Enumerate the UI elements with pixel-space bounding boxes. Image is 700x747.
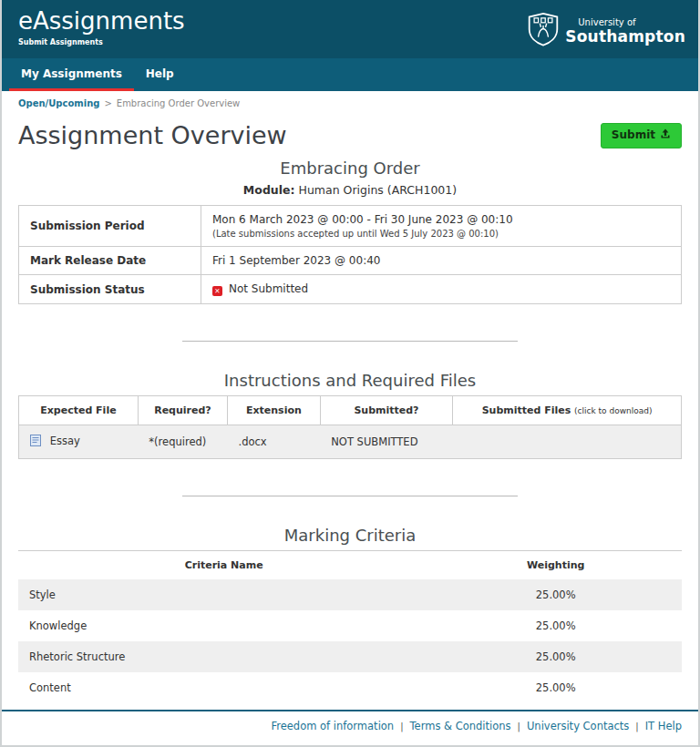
expected-file-cell: Essay (19, 425, 139, 459)
expected-file-name: Essay (50, 435, 80, 447)
title-row: Assignment Overview Submit (18, 121, 682, 149)
nav-item-help[interactable]: Help (134, 58, 186, 91)
submitted-files-cell (453, 425, 682, 459)
criteria-name-cell: Rhetoric Structure (18, 641, 429, 672)
submitted-files-label: Submitted Files (482, 404, 571, 416)
criteria-header-row: Criteria Name Weighting (18, 551, 682, 580)
module-value: Human Origins (ARCH1001) (298, 183, 457, 197)
table-row-content: Content 25.00% (18, 672, 682, 703)
table-row-submission-period: Submission Period Mon 6 March 2023 @ 00:… (19, 206, 682, 247)
required-files-table: Expected File Required? Extension Submit… (18, 395, 682, 459)
extension-cell: .docx (228, 425, 321, 459)
column-header-criteria-name: Criteria Name (18, 551, 429, 580)
module-line: Module: Human Origins (ARCH1001) (18, 183, 682, 197)
logo-text: University of Southampton (565, 18, 685, 45)
mark-release-value: Fri 1 September 2023 @ 00:40 (201, 247, 682, 275)
weighting-cell: 25.00% (429, 579, 682, 610)
table-row-essay: Essay *(required) .docx NOT SUBMITTED (19, 425, 682, 459)
university-shield-icon (527, 12, 560, 50)
files-section-title: Instructions and Required Files (18, 371, 682, 390)
column-header-required: Required? (138, 396, 227, 425)
weighting-cell: 25.00% (429, 641, 682, 672)
module-label: Module: (243, 183, 295, 197)
page-footer: Freedom of information|Terms & Condition… (2, 710, 698, 745)
main-content: Assignment Overview Submit Embracing Ord… (2, 112, 698, 710)
submission-period-value: Mon 6 March 2023 @ 00:00 - Fri 30 June 2… (212, 213, 670, 226)
row-value: Mon 6 March 2023 @ 00:00 - Fri 30 June 2… (201, 206, 682, 247)
column-header-submitted-files: Submitted Files (click to download) (453, 396, 682, 425)
assignment-info-table: Submission Period Mon 6 March 2023 @ 00:… (18, 205, 682, 304)
submitted-cell: NOT SUBMITTED (320, 425, 452, 459)
click-to-download-hint: (click to download) (574, 406, 652, 415)
row-label: Submission Period (19, 206, 201, 247)
row-label: Mark Release Date (19, 247, 201, 275)
criteria-name-cell: Content (18, 672, 429, 703)
breadcrumb-link-open-upcoming[interactable]: Open/Upcoming (18, 98, 99, 108)
footer-separator: | (400, 721, 403, 732)
table-row-knowledge: Knowledge 25.00% (18, 610, 682, 641)
logo-line-2: Southampton (565, 29, 685, 45)
status-badge: Not Submitted (229, 282, 308, 295)
main-nav: My Assignments Help (2, 58, 698, 91)
table-row-rhetoric-structure: Rhetoric Structure 25.00% (18, 641, 682, 672)
table-row-mark-release: Mark Release Date Fri 1 September 2023 @… (19, 247, 682, 275)
column-header-submitted: Submitted? (320, 396, 452, 425)
breadcrumb: Open/Upcoming>Embracing Order Overview (2, 91, 698, 112)
criteria-section-title: Marking Criteria (18, 526, 682, 545)
document-icon (30, 436, 45, 449)
criteria-name-cell: Style (18, 579, 429, 610)
page-title: Assignment Overview (18, 121, 287, 149)
breadcrumb-current: Embracing Order Overview (117, 98, 240, 108)
footer-separator: | (518, 721, 520, 732)
upload-icon (660, 128, 671, 142)
column-header-extension: Extension (228, 396, 321, 425)
column-header-expected-file: Expected File (19, 396, 139, 425)
table-row-style: Style 25.00% (18, 579, 682, 610)
late-submission-note: (Late submissions accepted up until Wed … (212, 229, 670, 239)
table-row-submission-status: Submission Status ✕Not Submitted (19, 275, 682, 304)
section-divider (182, 341, 518, 342)
row-label: Submission Status (19, 275, 201, 304)
footer-link-freedom-of-information[interactable]: Freedom of information (271, 720, 394, 732)
submission-status-cell: ✕Not Submitted (201, 275, 682, 304)
submit-button-label: Submit (612, 128, 655, 141)
weighting-cell: 25.00% (429, 610, 682, 641)
files-header-row: Expected File Required? Extension Submit… (19, 396, 682, 425)
criteria-name-cell: Knowledge (18, 610, 429, 641)
footer-link-terms-conditions[interactable]: Terms & Conditions (410, 720, 511, 732)
page: eAssignments Submit Assignments Universi… (0, 0, 700, 747)
weighting-cell: 25.00% (429, 672, 682, 703)
footer-separator: | (635, 721, 638, 732)
breadcrumb-separator: > (104, 98, 111, 108)
logo-line-1: University of (565, 18, 685, 27)
submit-button[interactable]: Submit (601, 123, 682, 148)
assignment-title: Embracing Order (18, 159, 682, 178)
section-divider (182, 496, 518, 496)
not-submitted-icon: ✕ (212, 286, 222, 296)
app-header: eAssignments Submit Assignments Universi… (2, 0, 698, 58)
column-header-weighting: Weighting (429, 551, 682, 580)
university-logo: University of Southampton (527, 12, 685, 50)
nav-item-my-assignments[interactable]: My Assignments (9, 58, 134, 91)
required-cell: *(required) (138, 425, 227, 459)
footer-link-it-help[interactable]: IT Help (645, 720, 682, 732)
marking-criteria-table: Criteria Name Weighting Style 25.00% Kno… (18, 550, 682, 703)
footer-link-university-contacts[interactable]: University Contacts (527, 720, 629, 732)
